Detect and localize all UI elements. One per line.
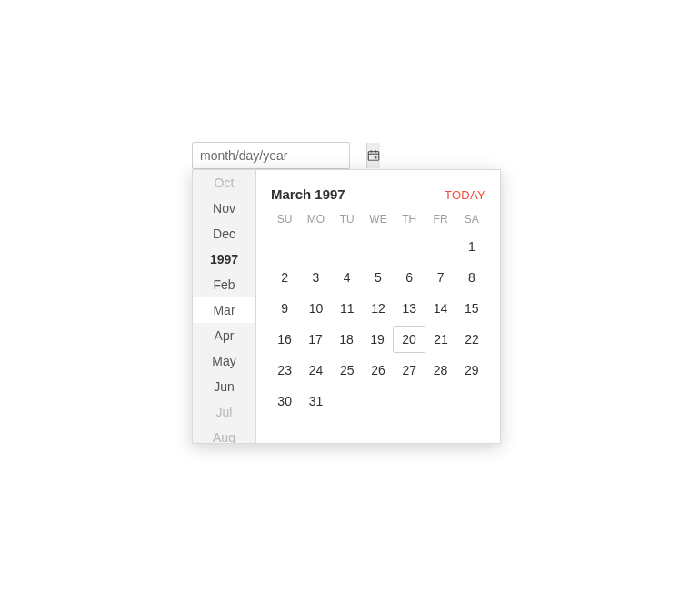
calendar-day[interactable]: 26 (363, 357, 394, 384)
calendar-week: 1 (269, 233, 487, 260)
scroller-slot[interactable]: Jun (193, 374, 255, 399)
calendar-day[interactable]: 14 (425, 295, 455, 322)
calendar-day[interactable]: 7 (425, 264, 455, 291)
calendar-day[interactable]: 17 (300, 326, 331, 353)
calendar-day[interactable]: 18 (331, 326, 362, 353)
calendar-day[interactable]: 21 (425, 326, 456, 353)
calendar-day[interactable]: 2 (269, 264, 300, 291)
calendar-day[interactable]: 27 (394, 357, 425, 384)
calendar-day[interactable]: 9 (269, 295, 300, 322)
month-title: March 1997 (271, 186, 345, 202)
calendar-day[interactable]: 25 (332, 357, 363, 384)
calendar-day[interactable]: 5 (363, 264, 394, 291)
day-of-week-header: SUMOTUWETHFRSA (269, 213, 487, 226)
calendar-icon (367, 149, 380, 162)
calendar-week: 3031 (269, 388, 487, 415)
calendar-day[interactable]: 30 (269, 388, 300, 415)
scroller-slot[interactable]: 1997 (193, 247, 255, 272)
calendar-day[interactable]: 6 (394, 264, 425, 291)
calendar-week: 2345678 (269, 264, 487, 291)
calendar-week: 23242526272829 (269, 357, 487, 384)
calendar-day[interactable]: 29 (456, 357, 487, 384)
calendar-day[interactable]: 1 (456, 233, 487, 260)
day-header: TH (394, 213, 425, 226)
calendar-day[interactable]: 12 (363, 295, 394, 322)
day-header: TU (332, 213, 363, 226)
calendar-day[interactable]: 16 (269, 326, 300, 353)
scroller-slot[interactable]: Dec (193, 221, 255, 247)
month-header: March 1997 TODAY (269, 174, 487, 209)
datepicker-popup: OctNovDec1997FebMarAprMayJunJulAug March… (192, 169, 501, 444)
calendar-day[interactable]: 10 (300, 295, 331, 322)
calendar-day[interactable]: 28 (425, 357, 455, 384)
scroller-slot[interactable]: Jul (193, 399, 255, 425)
scroller-slot[interactable]: Mar (193, 297, 255, 323)
calendar-toggle-button[interactable] (366, 143, 380, 168)
calendar-grid: 1234567891011121314151617181920212223242… (269, 233, 487, 415)
scroller-slot[interactable]: Oct (193, 170, 255, 196)
day-header: SU (269, 213, 300, 226)
day-header: MO (300, 213, 331, 226)
calendar-day[interactable]: 22 (456, 326, 487, 353)
calendar-day[interactable]: 8 (456, 264, 487, 291)
calendar-week: 9101112131415 (269, 295, 487, 322)
current-month-block: March 1997 TODAY SUMOTUWETHFRSA 12345678… (256, 170, 500, 428)
calendar-day[interactable]: 4 (332, 264, 363, 291)
svg-rect-0 (368, 152, 378, 161)
scroller-slot[interactable]: Aug (193, 425, 255, 444)
day-header: SA (456, 213, 487, 226)
scroller-slot[interactable]: Apr (193, 323, 255, 348)
date-input-field[interactable] (192, 142, 350, 169)
scroller-slot[interactable]: Nov (193, 196, 255, 221)
calendar-day[interactable]: 24 (300, 357, 331, 384)
calendar-day[interactable]: 11 (332, 295, 363, 322)
scroller-slot[interactable]: May (193, 348, 255, 374)
calendar-day[interactable]: 15 (456, 295, 487, 322)
next-month-block: April 1997 (256, 428, 500, 443)
calendar-day[interactable]: 23 (269, 357, 300, 384)
calendar-week: 16171819202122 (269, 326, 487, 353)
calendar-day[interactable]: 20 (393, 326, 425, 353)
calendar-area[interactable]: March 1997 TODAY SUMOTUWETHFRSA 12345678… (256, 170, 500, 443)
day-header: FR (425, 213, 455, 226)
calendar-day[interactable]: 19 (362, 326, 393, 353)
calendar-day[interactable]: 31 (300, 388, 331, 415)
scroller-slot[interactable]: Feb (193, 272, 255, 297)
date-input[interactable] (193, 143, 366, 168)
month-year-scroller[interactable]: OctNovDec1997FebMarAprMayJunJulAug (193, 170, 256, 443)
calendar-day[interactable]: 3 (300, 264, 331, 291)
day-header: WE (363, 213, 394, 226)
calendar-day[interactable]: 13 (394, 295, 425, 322)
next-month-header: April 1997 (269, 431, 487, 443)
svg-rect-4 (375, 156, 377, 159)
today-link[interactable]: TODAY (445, 188, 485, 202)
